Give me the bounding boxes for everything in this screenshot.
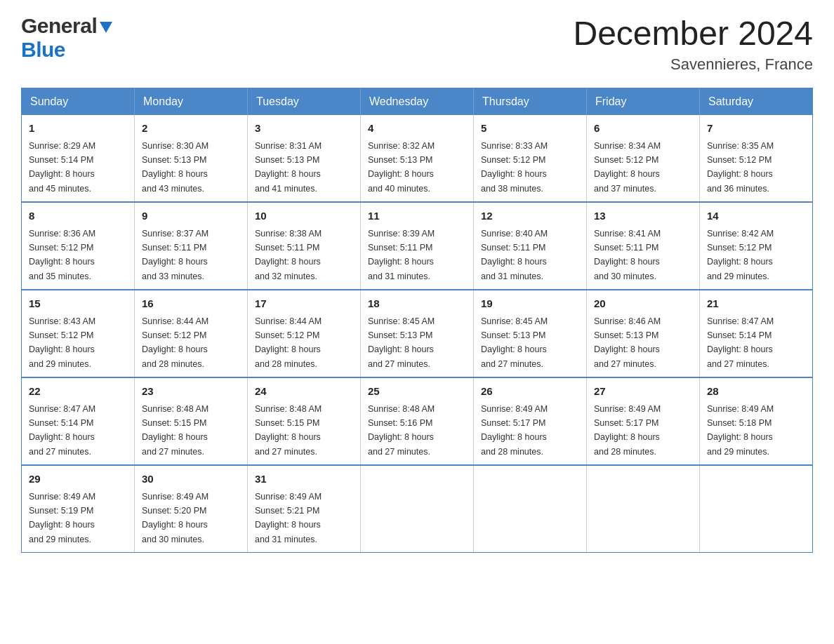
logo-blue-text: Blue xyxy=(21,38,65,61)
day-number: 10 xyxy=(255,208,353,224)
table-row: 20 Sunrise: 8:46 AMSunset: 5:13 PMDaylig… xyxy=(587,290,700,377)
day-number: 18 xyxy=(368,296,466,312)
calendar-week-row: 1 Sunrise: 8:29 AMSunset: 5:14 PMDayligh… xyxy=(22,115,813,202)
day-number: 27 xyxy=(594,384,692,400)
col-thursday: Thursday xyxy=(474,88,587,116)
day-number: 11 xyxy=(368,208,466,224)
table-row: 1 Sunrise: 8:29 AMSunset: 5:14 PMDayligh… xyxy=(22,115,135,202)
day-number: 25 xyxy=(368,384,466,400)
day-info: Sunrise: 8:49 AMSunset: 5:20 PMDaylight:… xyxy=(142,492,208,544)
day-info: Sunrise: 8:44 AMSunset: 5:12 PMDaylight:… xyxy=(142,316,208,369)
table-row: 26 Sunrise: 8:49 AMSunset: 5:17 PMDaylig… xyxy=(474,377,587,465)
calendar-week-row: 22 Sunrise: 8:47 AMSunset: 5:14 PMDaylig… xyxy=(22,377,813,465)
page-header: General Blue December 2024 Savennieres, … xyxy=(21,14,813,74)
day-number: 30 xyxy=(142,471,240,488)
col-monday: Monday xyxy=(135,88,248,116)
day-info: Sunrise: 8:48 AMSunset: 5:15 PMDaylight:… xyxy=(142,404,208,457)
day-info: Sunrise: 8:42 AMSunset: 5:12 PMDaylight:… xyxy=(707,229,774,281)
col-saturday: Saturday xyxy=(700,88,813,116)
day-info: Sunrise: 8:48 AMSunset: 5:15 PMDaylight:… xyxy=(255,404,322,457)
day-number: 7 xyxy=(707,121,805,137)
table-row: 23 Sunrise: 8:48 AMSunset: 5:15 PMDaylig… xyxy=(135,377,248,465)
table-row: 22 Sunrise: 8:47 AMSunset: 5:14 PMDaylig… xyxy=(22,377,135,465)
day-number: 2 xyxy=(142,121,240,137)
day-info: Sunrise: 8:36 AMSunset: 5:12 PMDaylight:… xyxy=(29,229,95,281)
day-number: 23 xyxy=(142,384,240,400)
day-number: 26 xyxy=(481,384,579,400)
logo-triangle-icon xyxy=(98,19,114,34)
svg-marker-0 xyxy=(100,22,112,33)
day-number: 16 xyxy=(142,296,240,312)
table-row xyxy=(474,465,587,553)
day-info: Sunrise: 8:41 AMSunset: 5:11 PMDaylight:… xyxy=(594,229,661,281)
day-info: Sunrise: 8:31 AMSunset: 5:13 PMDaylight:… xyxy=(255,141,322,194)
table-row: 7 Sunrise: 8:35 AMSunset: 5:12 PMDayligh… xyxy=(700,115,813,202)
day-info: Sunrise: 8:30 AMSunset: 5:13 PMDaylight:… xyxy=(142,141,208,194)
day-number: 3 xyxy=(255,121,353,137)
day-number: 21 xyxy=(707,296,805,312)
day-info: Sunrise: 8:49 AMSunset: 5:17 PMDaylight:… xyxy=(594,404,661,457)
table-row: 16 Sunrise: 8:44 AMSunset: 5:12 PMDaylig… xyxy=(135,290,248,377)
day-number: 24 xyxy=(255,384,353,400)
table-row xyxy=(361,465,474,553)
table-row: 5 Sunrise: 8:33 AMSunset: 5:12 PMDayligh… xyxy=(474,115,587,202)
table-row: 28 Sunrise: 8:49 AMSunset: 5:18 PMDaylig… xyxy=(700,377,813,465)
day-number: 28 xyxy=(707,384,805,400)
day-number: 31 xyxy=(255,471,353,488)
day-number: 20 xyxy=(594,296,692,312)
day-number: 8 xyxy=(29,208,127,224)
day-number: 13 xyxy=(594,208,692,224)
table-row: 18 Sunrise: 8:45 AMSunset: 5:13 PMDaylig… xyxy=(361,290,474,377)
day-info: Sunrise: 8:33 AMSunset: 5:12 PMDaylight:… xyxy=(481,141,548,194)
day-number: 29 xyxy=(29,471,127,488)
col-friday: Friday xyxy=(587,88,700,116)
title-section: December 2024 Savennieres, France xyxy=(573,14,813,74)
logo: General Blue xyxy=(21,14,114,62)
day-info: Sunrise: 8:49 AMSunset: 5:21 PMDaylight:… xyxy=(255,492,322,544)
day-number: 12 xyxy=(481,208,579,224)
col-wednesday: Wednesday xyxy=(361,88,474,116)
day-number: 14 xyxy=(707,208,805,224)
day-number: 22 xyxy=(29,384,127,400)
table-row: 15 Sunrise: 8:43 AMSunset: 5:12 PMDaylig… xyxy=(22,290,135,377)
day-info: Sunrise: 8:46 AMSunset: 5:13 PMDaylight:… xyxy=(594,316,661,369)
table-row: 25 Sunrise: 8:48 AMSunset: 5:16 PMDaylig… xyxy=(361,377,474,465)
logo-general-text: General xyxy=(21,14,97,38)
table-row xyxy=(700,465,813,553)
table-row: 2 Sunrise: 8:30 AMSunset: 5:13 PMDayligh… xyxy=(135,115,248,202)
table-row: 14 Sunrise: 8:42 AMSunset: 5:12 PMDaylig… xyxy=(700,202,813,290)
day-number: 17 xyxy=(255,296,353,312)
day-number: 19 xyxy=(481,296,579,312)
table-row: 3 Sunrise: 8:31 AMSunset: 5:13 PMDayligh… xyxy=(248,115,361,202)
calendar-week-row: 8 Sunrise: 8:36 AMSunset: 5:12 PMDayligh… xyxy=(22,202,813,290)
day-info: Sunrise: 8:32 AMSunset: 5:13 PMDaylight:… xyxy=(368,141,435,194)
day-info: Sunrise: 8:47 AMSunset: 5:14 PMDaylight:… xyxy=(29,404,95,457)
table-row: 4 Sunrise: 8:32 AMSunset: 5:13 PMDayligh… xyxy=(361,115,474,202)
table-row: 11 Sunrise: 8:39 AMSunset: 5:11 PMDaylig… xyxy=(361,202,474,290)
table-row: 29 Sunrise: 8:49 AMSunset: 5:19 PMDaylig… xyxy=(22,465,135,553)
calendar-week-row: 15 Sunrise: 8:43 AMSunset: 5:12 PMDaylig… xyxy=(22,290,813,377)
day-info: Sunrise: 8:49 AMSunset: 5:18 PMDaylight:… xyxy=(707,404,774,457)
month-title: December 2024 xyxy=(573,14,813,53)
day-info: Sunrise: 8:29 AMSunset: 5:14 PMDaylight:… xyxy=(29,141,95,194)
table-row: 24 Sunrise: 8:48 AMSunset: 5:15 PMDaylig… xyxy=(248,377,361,465)
table-row: 10 Sunrise: 8:38 AMSunset: 5:11 PMDaylig… xyxy=(248,202,361,290)
table-row: 30 Sunrise: 8:49 AMSunset: 5:20 PMDaylig… xyxy=(135,465,248,553)
calendar-week-row: 29 Sunrise: 8:49 AMSunset: 5:19 PMDaylig… xyxy=(22,465,813,553)
day-number: 15 xyxy=(29,296,127,312)
day-number: 4 xyxy=(368,121,466,137)
table-row: 17 Sunrise: 8:44 AMSunset: 5:12 PMDaylig… xyxy=(248,290,361,377)
day-info: Sunrise: 8:45 AMSunset: 5:13 PMDaylight:… xyxy=(368,316,435,369)
day-number: 9 xyxy=(142,208,240,224)
table-row: 13 Sunrise: 8:41 AMSunset: 5:11 PMDaylig… xyxy=(587,202,700,290)
day-info: Sunrise: 8:47 AMSunset: 5:14 PMDaylight:… xyxy=(707,316,774,369)
table-row: 21 Sunrise: 8:47 AMSunset: 5:14 PMDaylig… xyxy=(700,290,813,377)
table-row: 6 Sunrise: 8:34 AMSunset: 5:12 PMDayligh… xyxy=(587,115,700,202)
day-info: Sunrise: 8:34 AMSunset: 5:12 PMDaylight:… xyxy=(594,141,661,194)
day-number: 1 xyxy=(29,121,127,137)
table-row: 8 Sunrise: 8:36 AMSunset: 5:12 PMDayligh… xyxy=(22,202,135,290)
day-info: Sunrise: 8:49 AMSunset: 5:19 PMDaylight:… xyxy=(29,492,95,544)
table-row: 9 Sunrise: 8:37 AMSunset: 5:11 PMDayligh… xyxy=(135,202,248,290)
day-info: Sunrise: 8:43 AMSunset: 5:12 PMDaylight:… xyxy=(29,316,95,369)
day-info: Sunrise: 8:49 AMSunset: 5:17 PMDaylight:… xyxy=(481,404,548,457)
